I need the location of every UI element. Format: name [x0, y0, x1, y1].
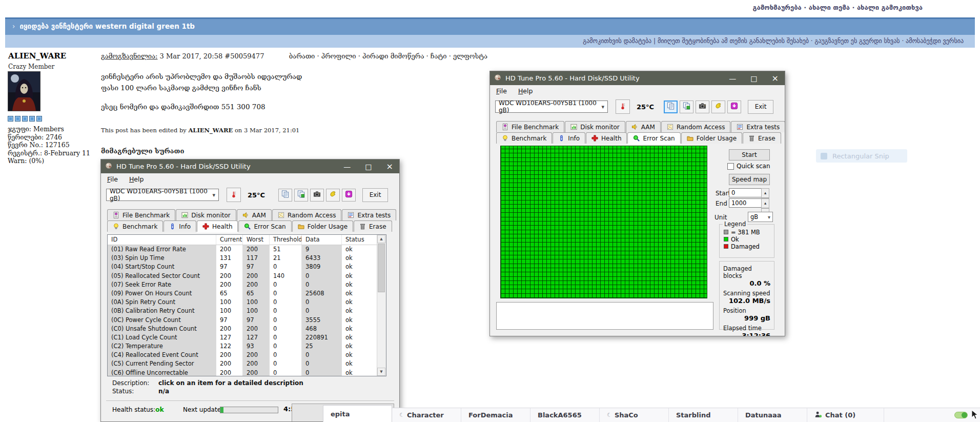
tab-aam[interactable]: AAM: [237, 209, 272, 220]
tab-file-benchmark[interactable]: File Benchmark: [496, 121, 564, 132]
tab-benchmark[interactable]: Benchmark: [107, 220, 163, 232]
post-id[interactable]: #50059477: [224, 52, 264, 60]
drive-select[interactable]: WDC WD10EARS-00Y5B1 (1000 gB) ▾: [495, 101, 608, 113]
column-header[interactable]: Status: [342, 235, 377, 245]
window-titlebar[interactable]: HD Tune Pro 5.60 - Hard Disk/SSD Utility…: [101, 159, 399, 173]
tab-file-benchmark[interactable]: File Benchmark: [107, 209, 175, 220]
scrollbar-thumb[interactable]: [378, 244, 385, 292]
smart-row[interactable]: (0C) Power Cycle Count979703555ok: [108, 316, 377, 325]
tab-random-access[interactable]: Random Access: [272, 209, 342, 220]
copy-image-button[interactable]: [680, 101, 693, 113]
smart-row[interactable]: (04) Start/Stop Count979703809ok: [108, 263, 377, 271]
tab-disk-monitor[interactable]: Disk monitor: [176, 209, 236, 220]
column-header[interactable]: Worst: [243, 235, 270, 245]
start-spinner[interactable]: ▲▼: [761, 188, 769, 197]
scroll-up-icon[interactable]: ▲: [377, 235, 385, 243]
column-header[interactable]: Threshold: [270, 235, 302, 245]
speed-map-button[interactable]: Speed map: [729, 174, 770, 185]
chat-user-fordemacia[interactable]: ForDemacia: [461, 408, 530, 422]
exit-button[interactable]: Exit: [748, 100, 773, 114]
screenshot-button[interactable]: [696, 101, 709, 113]
tab-error-scan[interactable]: Error Scan: [627, 132, 680, 144]
post-action-links[interactable]: ბარათი · პროფილი · პირადი მიმოწერა · ჩატ…: [289, 52, 487, 60]
column-header[interactable]: ID: [108, 235, 216, 245]
table-scrollbar[interactable]: ▲ ▼: [377, 235, 386, 376]
smart-row[interactable]: (0B) Calibration Retry Count10010000ok: [108, 307, 377, 315]
highlight-button[interactable]: [711, 101, 725, 113]
post-author[interactable]: ALIEN_WARE: [8, 51, 66, 61]
posted-link[interactable]: გამოგზავნილია:: [101, 52, 157, 60]
topic-subbar-links[interactable]: გამოკითხვის დამატება | მიიღეთ შეტყობინებ…: [583, 37, 964, 45]
tab-extra-tests[interactable]: Extra tests: [342, 209, 396, 220]
forum-action-links[interactable]: გამოხმაურება · ახალი თემა · ახალი გამოკი…: [752, 4, 923, 11]
spin-up-icon[interactable]: ▲: [761, 198, 769, 208]
end-input[interactable]: 1000 ▲▼: [729, 198, 762, 208]
smart-row[interactable]: (0A) Spin Retry Count10010000ok: [108, 298, 377, 307]
exit-button[interactable]: Exit: [362, 188, 388, 202]
screenshot-button[interactable]: [310, 189, 324, 202]
tab-benchmark[interactable]: Benchmark: [496, 132, 552, 144]
chat-user-shaco[interactable]: ☾ShaCo: [600, 408, 669, 422]
smart-row[interactable]: (05) Reallocated Sector Count2002001400o…: [108, 272, 377, 280]
smart-table-header[interactable]: ID Current Worst Threshold Data Status: [108, 235, 386, 245]
tab-aam[interactable]: AAM: [626, 121, 661, 132]
smart-row[interactable]: (03) Spin Up Time131117216433ok: [108, 254, 377, 263]
chat-user-character[interactable]: ☾Character: [392, 408, 461, 422]
menu-file[interactable]: File: [496, 87, 507, 95]
maximize-button[interactable]: □: [365, 163, 372, 170]
window-titlebar[interactable]: HD Tune Pro 5.60 - Hard Disk/SSD Utility…: [490, 71, 785, 85]
save-results-button[interactable]: [342, 189, 356, 202]
tab-folder-usage[interactable]: Folder Usage: [681, 132, 742, 144]
copy-image-button[interactable]: [294, 189, 308, 202]
highlight-button[interactable]: [326, 189, 340, 202]
temperature-button[interactable]: [227, 188, 241, 202]
tab-info[interactable]: Info: [164, 220, 196, 232]
unit-select[interactable]: gB ▾: [748, 212, 773, 222]
smart-row[interactable]: (C0) Unsafe Shutdown Count2002000468ok: [108, 325, 377, 333]
minimize-button[interactable]: —: [729, 75, 736, 82]
smart-row[interactable]: (09) Power On Hours Count6565025608ok: [108, 289, 377, 298]
temperature-button[interactable]: [616, 99, 630, 114]
chat-user-epita[interactable]: epita: [323, 405, 392, 422]
tab-health[interactable]: Health: [586, 132, 627, 144]
copy-text-button[interactable]: [664, 101, 678, 113]
end-spinner[interactable]: ▲▼: [761, 198, 769, 208]
scroll-down-icon[interactable]: ▼: [377, 368, 385, 376]
smart-row[interactable]: (01) Raw Read Error Rate200200519ok: [108, 245, 377, 254]
smart-row[interactable]: (07) Seek Error Rate20020000ok: [108, 280, 377, 289]
tab-health[interactable]: Health: [197, 220, 238, 232]
chat-button[interactable]: Chat (0): [807, 408, 884, 422]
column-header[interactable]: Data: [302, 235, 342, 245]
save-results-button[interactable]: [727, 101, 741, 113]
tab-random-access[interactable]: Random Access: [661, 121, 731, 132]
copy-text-button[interactable]: [278, 189, 292, 202]
column-header[interactable]: Current: [216, 235, 243, 245]
menu-file[interactable]: File: [107, 175, 118, 183]
chat-user-datunaaa[interactable]: Datunaaa: [738, 408, 807, 422]
tab-folder-usage[interactable]: Folder Usage: [292, 220, 353, 232]
start-button[interactable]: Start: [729, 149, 770, 160]
smart-row[interactable]: (C6) Offline Uncorrectable20020000ok: [108, 369, 377, 376]
drive-select[interactable]: WDC WD10EARS-00Y5B1 (1000 gB) ▾: [106, 189, 219, 201]
chat-user-starblind[interactable]: Starblind: [669, 408, 738, 422]
chat-toggle[interactable]: [954, 412, 968, 418]
tab-extra-tests[interactable]: Extra tests: [731, 121, 785, 132]
minimize-button[interactable]: —: [343, 163, 351, 170]
smart-row[interactable]: (C5) Current Pending Sector20020000ok: [108, 359, 377, 368]
checkbox-icon[interactable]: [727, 163, 734, 170]
maximize-button[interactable]: □: [750, 75, 757, 82]
chat-user-blacka6565[interactable]: BlackA6565: [530, 408, 600, 422]
tab-error-scan[interactable]: Error Scan: [238, 220, 291, 232]
smart-row[interactable]: (C4) Reallocated Event Count20020000ok: [108, 351, 377, 359]
tab-disk-monitor[interactable]: Disk monitor: [565, 121, 625, 132]
smart-row[interactable]: (C1) Load Cycle Count1271270220891ok: [108, 333, 377, 342]
tab-erase[interactable]: Erase: [354, 220, 392, 232]
close-button[interactable]: ×: [386, 163, 393, 170]
menu-help[interactable]: Help: [129, 175, 144, 183]
quick-scan-option[interactable]: Quick scan: [727, 163, 770, 170]
spin-up-icon[interactable]: ▲: [761, 188, 769, 198]
tab-info[interactable]: Info: [553, 132, 585, 144]
smart-row[interactable]: (C2) Temperature12293025ok: [108, 342, 377, 351]
start-input[interactable]: 0 ▲▼: [729, 188, 762, 197]
tab-erase[interactable]: Erase: [743, 132, 781, 144]
